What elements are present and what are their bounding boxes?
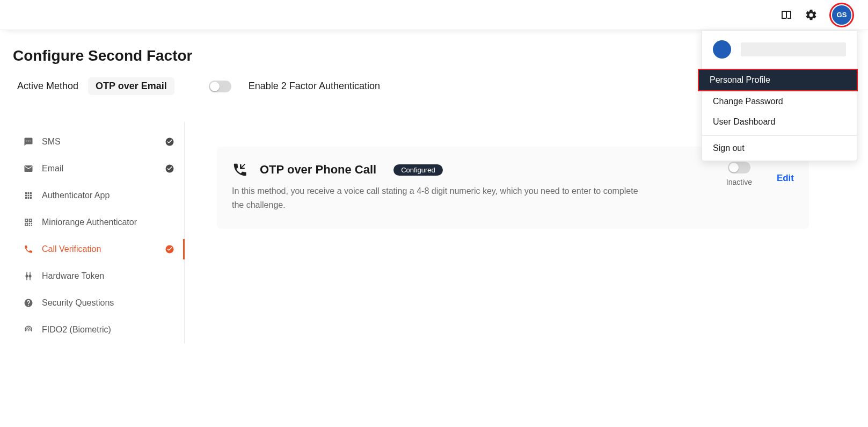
sidebar-item-label: Hardware Token: [42, 271, 174, 281]
sms-icon: [24, 137, 33, 147]
check-icon: [165, 244, 174, 254]
avatar-highlight-ring: GS: [829, 3, 854, 27]
fingerprint-icon: [24, 325, 33, 335]
method-status-label: Inactive: [726, 178, 752, 186]
topbar: GS: [0, 0, 868, 30]
sidebar-item-miniorange-authenticator[interactable]: Miniorange Authenticator: [21, 209, 184, 236]
grid-icon: [24, 191, 33, 200]
sidebar-item-call-verification[interactable]: Call Verification: [21, 236, 184, 263]
check-icon: [165, 164, 174, 173]
dropdown-item-change-password[interactable]: Change Password: [702, 91, 857, 112]
edit-button[interactable]: Edit: [777, 173, 794, 184]
qr-icon: [24, 218, 33, 227]
sidebar-item-label: SMS: [42, 137, 156, 147]
dropdown-header: [702, 31, 857, 69]
active-method-label: Active Method: [17, 81, 78, 92]
sidebar-item-label: Email: [42, 164, 156, 173]
sidebar-item-label: FIDO2 (Biometric): [42, 325, 174, 335]
sidebar-item-label: Authenticator App: [42, 191, 174, 200]
enable-2fa-toggle[interactable]: [209, 81, 231, 92]
configured-badge: Configured: [393, 164, 443, 176]
active-method-value: OTP over Email: [88, 77, 174, 95]
book-icon[interactable]: [780, 9, 793, 21]
sidebar-item-fido2[interactable]: FIDO2 (Biometric): [21, 316, 184, 343]
check-icon: [165, 137, 174, 147]
sidebar-item-sms[interactable]: SMS: [21, 128, 184, 155]
dropdown-avatar: [713, 40, 731, 59]
dropdown-item-personal-profile[interactable]: Personal Profile: [699, 70, 857, 90]
gear-icon[interactable]: [805, 9, 818, 21]
sidebar-item-email[interactable]: Email: [21, 155, 184, 182]
phone-callback-icon: [232, 162, 248, 178]
methods-sidebar: SMS Email Authenticator App Miniorange A…: [13, 122, 185, 343]
profile-dropdown: Personal Profile Change Password User Da…: [702, 30, 857, 161]
sidebar-item-label: Miniorange Authenticator: [42, 218, 174, 227]
sidebar-item-hardware-token[interactable]: Hardware Token: [21, 263, 184, 290]
sidebar-item-label: Security Questions: [42, 298, 174, 308]
token-icon: [24, 271, 33, 281]
method-description: In this method, you receive a voice call…: [232, 184, 640, 212]
avatar[interactable]: GS: [832, 5, 851, 25]
sidebar-item-security-questions[interactable]: Security Questions: [21, 290, 184, 316]
method-title: OTP over Phone Call: [260, 163, 376, 177]
method-active-toggle[interactable]: [728, 162, 750, 173]
sidebar-item-authenticator-app[interactable]: Authenticator App: [21, 182, 184, 209]
phone-icon: [24, 244, 33, 254]
dropdown-username-placeholder: [741, 42, 846, 56]
email-icon: [24, 164, 33, 173]
sidebar-item-label: Call Verification: [42, 244, 156, 254]
dropdown-item-user-dashboard[interactable]: User Dashboard: [702, 112, 857, 132]
dropdown-item-sign-out[interactable]: Sign out: [702, 136, 857, 161]
question-icon: [24, 298, 33, 308]
dropdown-personal-profile-highlight: Personal Profile: [698, 69, 858, 91]
enable-2fa-label: Enable 2 Factor Authentication: [249, 81, 380, 92]
